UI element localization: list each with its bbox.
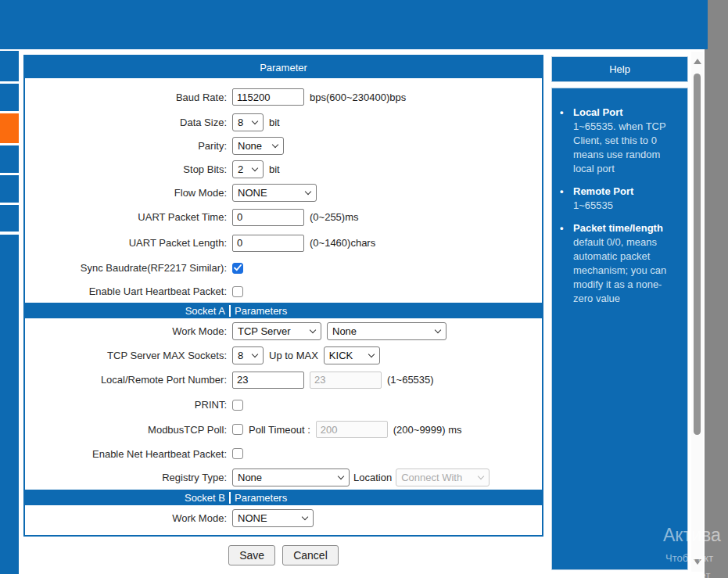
parameter-panel: Parameter Baud Rate: bps(600~230400)bps … [23, 55, 543, 537]
row-uart-packet-time: UART Packet Time: (0~255)ms [25, 204, 542, 230]
sidebar-item-2[interactable] [0, 84, 19, 111]
baud-rate-note: bps(600~230400)bps [310, 92, 406, 103]
row-uart-packet-length: UART Packet Length: (0~1460)chars [25, 230, 542, 256]
page-background-gray [705, 0, 728, 578]
parity-label: Parity: [25, 140, 232, 152]
chevron-down-icon [252, 164, 258, 171]
chevron-down-icon [272, 141, 278, 147]
watermark-line3: "Парамет [665, 569, 710, 578]
chevron-down-icon [338, 473, 344, 479]
row-print: PRINT: [25, 393, 542, 417]
registry-type-label: Registry Type: [25, 472, 232, 483]
cancel-button[interactable]: Cancel [282, 545, 339, 565]
max-sockets-note: Up to MAX [269, 350, 318, 361]
chevron-down-icon [435, 326, 441, 332]
uart-heartbeat-checkbox[interactable] [232, 286, 243, 297]
modbus-poll-checkbox[interactable] [232, 424, 243, 435]
row-work-mode-b: Work Mode: NONE [25, 505, 542, 530]
scrollbar[interactable] [691, 52, 703, 572]
uart-heartbeat-label: Enable Uart Heartbeat Packet: [25, 285, 232, 297]
bullet-icon: • [560, 221, 573, 306]
registry-type-select[interactable]: None [232, 469, 350, 486]
work-mode-b-select[interactable]: NONE [232, 509, 314, 527]
work-mode-a-label: Work Mode: [25, 325, 232, 337]
stop-bits-select[interactable]: 2 [232, 160, 264, 178]
socket-b-section-header: Socket B Parameters [25, 490, 542, 505]
row-baud-rate: Baud Rate: bps(600~230400)bps [25, 84, 542, 110]
flow-mode-select[interactable]: NONE [232, 184, 317, 202]
row-parity: Parity: None [25, 134, 542, 157]
sidebar-filler [0, 235, 19, 574]
scroll-up-icon[interactable] [694, 59, 701, 64]
socket-a-title: Socket A [25, 305, 231, 317]
help-item-remote-port: • Remote Port 1~65535 [560, 185, 680, 213]
chevron-down-icon [478, 473, 484, 479]
sync-baudrate-label: Sync Baudrate(RF2217 Similar): [25, 262, 232, 274]
sync-baudrate-checkbox[interactable] [232, 263, 243, 274]
row-registry-type: Registry Type: None Location Connect Wit… [25, 465, 542, 490]
chevron-down-icon [368, 350, 375, 357]
uart-packet-length-label: UART Packet Length: [25, 237, 232, 249]
max-sockets-select[interactable]: 8 [232, 346, 264, 364]
chevron-down-icon [302, 513, 308, 519]
chevron-down-icon [310, 326, 316, 332]
work-mode-a-select[interactable]: TCP Server [232, 322, 321, 340]
local-port-input[interactable] [232, 372, 304, 389]
poll-timeout-input [316, 421, 388, 438]
work-mode-b-label: Work Mode: [25, 512, 232, 524]
save-button[interactable]: Save [228, 545, 275, 565]
row-flow-mode: Flow Mode: NONE [25, 181, 542, 204]
chevron-down-icon [305, 188, 311, 194]
bullet-icon: • [560, 106, 573, 176]
row-stop-bits: Stop Bits: 2 bit [25, 157, 542, 181]
sidebar-item-5[interactable] [0, 175, 19, 203]
row-modbus-poll: ModbusTCP Poll: Poll Timeout : (200~9999… [25, 417, 542, 442]
data-size-label: Data Size: [25, 117, 232, 128]
net-heartbeat-label: Enable Net Heartbeat Packet: [25, 448, 232, 460]
sidebar-item-active[interactable] [0, 113, 19, 143]
port-number-label: Local/Remote Port Number: [25, 374, 232, 386]
uart-packet-length-input[interactable] [232, 235, 304, 252]
help-item-local-port: • Local Port 1~65535. when TCP Client, s… [560, 106, 680, 176]
row-work-mode-a: Work Mode: TCP Server None [25, 318, 542, 343]
data-size-select[interactable]: 8 [232, 113, 264, 131]
help-panel: • Local Port 1~65535. when TCP Client, s… [551, 88, 688, 570]
poll-timeout-note: (200~9999) ms [393, 424, 462, 436]
socket-a-section-header: Socket A Parameters [25, 303, 542, 318]
sidebar-item-1[interactable] [0, 51, 19, 81]
row-net-heartbeat: Enable Net Heartbeat Packet: [25, 442, 542, 465]
remote-port-input [310, 372, 382, 389]
sidebar-item-6[interactable] [0, 205, 19, 232]
max-sockets-label: TCP Server MAX Sockets: [25, 350, 232, 361]
help-panel-title: Help [551, 56, 688, 82]
parity-select[interactable]: None [232, 137, 284, 155]
button-row: Save Cancel [23, 545, 543, 565]
top-header-bar [0, 0, 708, 49]
uart-packet-time-label: UART Packet Time: [25, 211, 232, 223]
sidebar-item-4[interactable] [0, 145, 19, 173]
row-uart-heartbeat: Enable Uart Heartbeat Packet: [25, 280, 542, 303]
location-label: Location [353, 472, 392, 483]
port-number-note: (1~65535) [387, 374, 434, 386]
net-heartbeat-checkbox[interactable] [232, 448, 243, 459]
flow-mode-label: Flow Mode: [25, 187, 232, 199]
modbus-poll-label: ModbusTCP Poll: [25, 424, 232, 436]
panel-title: Parameter [25, 56, 542, 78]
work-mode-a-secondary-select[interactable]: None [327, 322, 446, 340]
row-data-size: Data Size: 8 bit [25, 110, 542, 134]
kick-select[interactable]: KICK [324, 346, 380, 364]
uart-packet-time-input[interactable] [232, 209, 304, 226]
baud-rate-input[interactable] [232, 88, 304, 106]
print-checkbox[interactable] [232, 400, 243, 411]
data-size-note: bit [269, 117, 280, 128]
chevron-down-icon [252, 117, 258, 124]
row-max-sockets: TCP Server MAX Sockets: 8 Up to MAX KICK [25, 343, 542, 367]
scroll-down-icon[interactable] [694, 559, 701, 565]
stop-bits-label: Stop Bits: [25, 163, 232, 175]
socket-b-title: Socket B [25, 492, 231, 504]
connect-with-select: Connect With [396, 469, 490, 486]
scrollbar-thumb[interactable] [694, 74, 701, 435]
help-item-packet: • Packet time/length default 0/0, means … [560, 221, 680, 306]
poll-timeout-label: Poll Timeout : [249, 424, 310, 436]
row-port-number: Local/Remote Port Number: (1~65535) [25, 367, 542, 393]
